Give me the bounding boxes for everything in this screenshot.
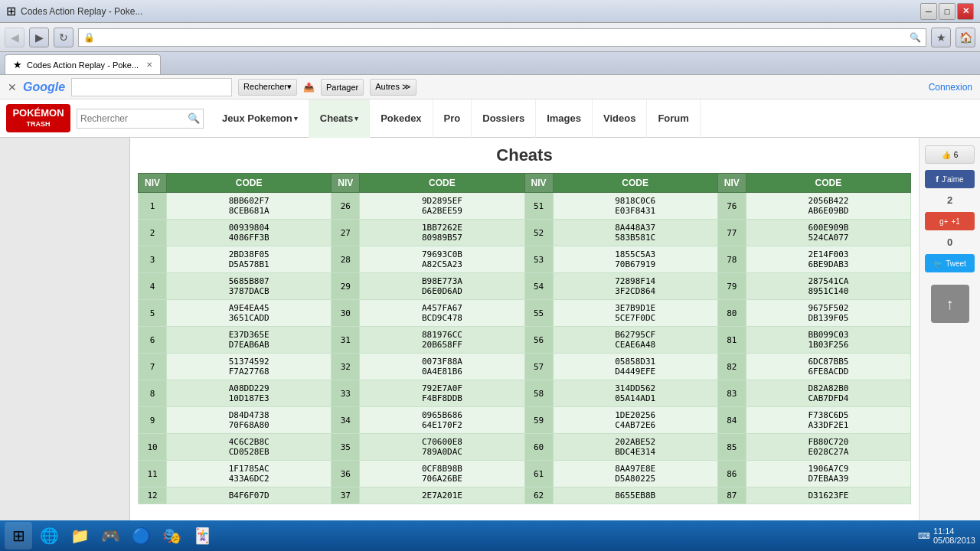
plus-button[interactable]: g+ +1 — [925, 212, 975, 230]
niv-cell: 57 — [524, 354, 553, 380]
niv-cell: 35 — [332, 434, 360, 461]
niv-cell: 10 — [139, 434, 167, 461]
partager-button[interactable]: Partager — [321, 79, 364, 96]
taskbar: ⊞ 🌐 📁 🎮 🔵 🎭 🃏 ⌨ 11:14 05/08/2013 — [0, 520, 980, 551]
nav-videos[interactable]: Videos — [593, 99, 647, 138]
niv-cell: 55 — [524, 300, 553, 327]
taskbar-time: 11:14 05/08/2013 — [933, 527, 975, 545]
code-cell: 0CF8B98B 706A26BE — [360, 461, 524, 487]
titlebar: ⊞ Codes Action Replay - Poke... ─ □ ✕ — [0, 0, 980, 23]
code-cell: 2E7A201E — [360, 487, 524, 504]
refresh-button[interactable]: ↻ — [54, 28, 74, 47]
close-icon[interactable]: ✕ — [8, 81, 17, 93]
nav-pokedex[interactable]: Pokedex — [370, 99, 433, 138]
col-code1: CODE — [167, 174, 332, 193]
code-cell: 0073F88A 0A4E81B6 — [360, 354, 524, 380]
nav-cheats[interactable]: Cheats ▾ — [309, 99, 370, 138]
rechercher-button[interactable]: Rechercher▾ — [238, 79, 297, 96]
share-count: 2 — [947, 194, 952, 206]
code-cell: 6DC87BB5 6FE8ACDD — [746, 354, 910, 380]
twitter-icon: 🐦 — [933, 259, 942, 268]
url-input[interactable]: http://www.pokemontrash.com/rouge-feu-ve… — [98, 32, 906, 43]
nav-links: Jeux Pokemon ▾ Cheats ▾ Pokedex Pro Doss… — [211, 99, 701, 138]
table-row: 45685B807 3787DACB29B98E773A D6E0D6AD547… — [139, 273, 911, 300]
tab-favicon: ★ — [13, 59, 22, 70]
code-cell: 600E909B 524CA077 — [746, 220, 910, 246]
niv-cell: 36 — [332, 461, 360, 487]
site-search-icon[interactable]: 🔍 — [188, 112, 200, 124]
niv-cell: 8 — [139, 380, 167, 407]
minimize-button[interactable]: ─ — [920, 3, 937, 20]
search-icon: 🔍 — [910, 32, 921, 43]
nav-jeux-pokemon[interactable]: Jeux Pokemon ▾ — [211, 99, 309, 138]
like-button[interactable]: 👍 6 — [925, 145, 975, 164]
niv-cell: 26 — [332, 193, 360, 220]
taskbar-app1-icon[interactable]: 🎮 — [96, 522, 124, 549]
taskbar-ie-icon[interactable]: 🌐 — [35, 522, 63, 549]
code-cell: 8BB602F7 8CEB681A — [167, 193, 332, 220]
niv-cell: 84 — [717, 407, 746, 434]
niv-cell: 37 — [332, 487, 360, 504]
main-content: Cheats NIV CODE NIV CODE NIV CODE NIV CO… — [130, 138, 919, 551]
site-nav: POKÉMON TRASH 🔍 Jeux Pokemon ▾ Cheats ▾ … — [0, 99, 980, 138]
taskbar-folder-icon[interactable]: 📁 — [66, 522, 93, 549]
tab-close-button[interactable]: ✕ — [146, 60, 152, 69]
niv-cell: 60 — [524, 434, 553, 461]
favorites-button[interactable]: ★ — [931, 28, 951, 47]
taskbar-chrome-icon[interactable]: 🔵 — [127, 522, 155, 549]
browser-toolbar: ◀ ▶ ↻ 🔒 http://www.pokemontrash.com/roug… — [0, 23, 980, 52]
table-row: 18BB602F7 8CEB681A269D2895EF 6A2BEE59519… — [139, 193, 911, 220]
nav-forum[interactable]: Forum — [647, 99, 700, 138]
taskbar-app2-icon[interactable]: 🎭 — [158, 522, 185, 549]
codes-table: NIV CODE NIV CODE NIV CODE NIV CODE 18BB… — [138, 173, 911, 504]
scroll-up-button[interactable]: ↑ — [931, 285, 969, 323]
nav-pro[interactable]: Pro — [433, 99, 472, 138]
code-cell: 287541CA 8951C140 — [746, 273, 910, 300]
niv-cell: 7 — [139, 354, 167, 380]
niv-cell: 86 — [717, 461, 746, 487]
start-button[interactable]: ⊞ — [5, 522, 32, 549]
niv-cell: 51 — [524, 193, 553, 220]
niv-cell: 87 — [717, 487, 746, 504]
back-button[interactable]: ◀ — [5, 28, 24, 47]
tweet-button[interactable]: 🐦 Tweet — [925, 254, 975, 272]
code-cell: F738C6D5 A33DF2E1 — [746, 407, 910, 434]
connexion-link[interactable]: Connexion — [929, 82, 972, 93]
niv-cell: 77 — [717, 220, 746, 246]
col-code2: CODE — [360, 174, 524, 193]
site-search-input[interactable] — [80, 113, 188, 124]
content-area: Cheats NIV CODE NIV CODE NIV CODE NIV CO… — [0, 138, 980, 551]
niv-cell: 5 — [139, 300, 167, 327]
niv-cell: 83 — [717, 380, 746, 407]
right-panel: 👍 6 f J'aime 2 g+ +1 0 🐦 Tweet ↑ — [919, 138, 980, 551]
googleplus-icon: g+ — [939, 217, 948, 226]
code-cell: 202ABE52 BDC4E314 — [553, 434, 717, 461]
table-row: 32BD38F05 D5A578B12879693C0B A82C5A23531… — [139, 246, 911, 273]
google-toolbar: ✕ Google 0BEC25D3 787468AE Rechercher▾ 📤… — [0, 75, 980, 99]
window-title: Codes Action Replay - Poke... — [21, 6, 142, 17]
taskbar-app3-icon[interactable]: 🃏 — [188, 522, 216, 549]
code-cell: A9E4EA45 3651CADD — [167, 300, 332, 327]
niv-cell: 85 — [717, 434, 746, 461]
code-cell: FB80C720 E028C27A — [746, 434, 910, 461]
niv-cell: 9 — [139, 407, 167, 434]
nav-dossiers[interactable]: Dossiers — [472, 99, 536, 138]
close-button[interactable]: ✕ — [957, 3, 974, 20]
google-search-input[interactable]: 0BEC25D3 787468AE — [75, 82, 228, 93]
niv-cell: 62 — [524, 487, 553, 504]
nav-images[interactable]: Images — [536, 99, 593, 138]
browser-tab[interactable]: ★ Codes Action Replay - Poke... ✕ — [5, 54, 161, 74]
tab-bar: ★ Codes Action Replay - Poke... ✕ — [0, 52, 980, 75]
autres-button[interactable]: Autres ≫ — [370, 79, 416, 96]
niv-cell: 6 — [139, 327, 167, 354]
code-cell: 881976CC 20B658FF — [360, 327, 524, 354]
google-logo: Google — [23, 80, 65, 94]
table-row: 104C6C2B8C CD0528EB35C70600E8 789A0DAC60… — [139, 434, 911, 461]
jaime-button[interactable]: f J'aime — [925, 170, 975, 188]
col-niv1: NIV — [139, 174, 167, 193]
home-button[interactable]: 🏠 — [956, 28, 975, 47]
niv-cell: 1 — [139, 193, 167, 220]
maximize-button[interactable]: □ — [939, 3, 956, 20]
code-cell: 8A448A37 583B581C — [553, 220, 717, 246]
forward-button[interactable]: ▶ — [29, 28, 49, 47]
